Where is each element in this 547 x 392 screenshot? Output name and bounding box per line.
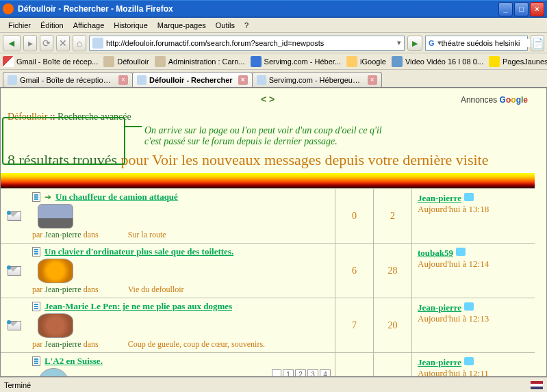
- window-titlebar: Défoulloir - Rechercher - Mozilla Firefo…: [0, 0, 547, 18]
- goto-last-icon[interactable]: [464, 193, 474, 201]
- author-link[interactable]: Jean-pierre: [44, 285, 81, 294]
- page-link[interactable]: 4: [320, 369, 331, 377]
- topic-list: ➔ Un chauffeur de camion attaqué par Jea…: [1, 188, 535, 377]
- flame-divider: [1, 173, 535, 188]
- topic-thumbnail: [38, 204, 73, 228]
- google-icon: G: [429, 39, 435, 47]
- arrow-icon: ➔: [44, 192, 51, 202]
- tab-close-icon[interactable]: ×: [368, 75, 377, 85]
- nav-toolbar: ◄ ▸ ⟳ ✕ ⌂ ▾ ▶ G▾ 📄: [0, 33, 547, 53]
- menu-file[interactable]: Fichier: [4, 20, 35, 31]
- menu-help[interactable]: ?: [240, 20, 253, 31]
- breadcrumb-site[interactable]: Défoulloir: [8, 112, 47, 122]
- url-bar[interactable]: ▾: [89, 36, 405, 51]
- page-viewport[interactable]: < > Annonces Google Défoulloir :: Recher…: [0, 88, 547, 377]
- site-icon: [155, 56, 166, 67]
- topic-title-link[interactable]: Jean-Marie Le Pen: je ne me plie pas aux…: [44, 301, 232, 312]
- dropdown-icon[interactable]: ▾: [397, 38, 401, 47]
- last-author-link[interactable]: Jean-pierre: [418, 302, 461, 313]
- topic-title-link[interactable]: Un chauffeur de camion attaqué: [55, 192, 178, 202]
- goto-last-icon[interactable]: [464, 302, 474, 311]
- envelope-icon: [8, 266, 21, 276]
- tab-gmail[interactable]: Gmail - Boîte de réception - defoullor..…: [3, 72, 133, 87]
- minimize-button[interactable]: _: [498, 2, 513, 16]
- topic-title-link[interactable]: Un clavier d'ordinateur plus sale que de…: [44, 246, 233, 257]
- bookmark-igoogle[interactable]: iGoogle: [346, 56, 386, 67]
- author-link[interactable]: Jean-pierre: [44, 339, 81, 349]
- result-count: 8 résultats trouvés: [8, 151, 117, 168]
- views-cell: 2: [373, 189, 411, 243]
- category-link[interactable]: Coup de gueule, coup de cœur, souvenirs.: [128, 339, 265, 349]
- last-post-time: Aujourd'hui à 12:14: [418, 259, 529, 270]
- tab-servimg[interactable]: Servimg.com - Hébergeur gratuit d'ima...…: [252, 72, 382, 87]
- stop-button[interactable]: ✕: [56, 35, 70, 51]
- menu-edit[interactable]: Édition: [36, 20, 68, 31]
- tab-close-icon[interactable]: ×: [238, 75, 248, 85]
- page-link[interactable]: 1: [283, 369, 294, 377]
- replies-cell: 51: [335, 353, 373, 377]
- reader-icon[interactable]: 📄: [531, 35, 544, 51]
- bookmark-gmail[interactable]: Gmail - Boîte de récep...: [3, 56, 98, 67]
- last-post-cell: Jean-pierre Aujourd'hui à 12:11: [411, 353, 535, 377]
- goto-last-icon[interactable]: [464, 357, 474, 365]
- reload-button[interactable]: ⟳: [40, 35, 53, 51]
- post-icon: [32, 192, 40, 202]
- bookmarks-bar: Gmail - Boîte de récep... Défoulloir Adm…: [0, 53, 547, 70]
- search-input[interactable]: [442, 39, 536, 47]
- menu-bookmarks[interactable]: Marque-pages: [153, 20, 210, 31]
- menu-tools[interactable]: Outils: [212, 20, 239, 31]
- tab-close-icon[interactable]: ×: [118, 75, 128, 85]
- category-link[interactable]: Vie du defoulloir: [128, 285, 184, 294]
- last-author-link[interactable]: toubak59: [418, 248, 453, 258]
- bookmark-label: PagesJaunes - Accueil: [503, 57, 547, 66]
- video-icon: [392, 56, 403, 67]
- bookmark-admin[interactable]: Administration : Carn...: [155, 56, 245, 67]
- goto-last-icon[interactable]: [456, 248, 466, 256]
- topic-byline: par Jean-pierre dans Sur la route: [32, 230, 331, 240]
- tab-strip: Gmail - Boîte de réception - defoullor..…: [0, 70, 547, 88]
- home-button[interactable]: ⌂: [73, 35, 86, 51]
- maximize-button[interactable]: □: [514, 2, 529, 16]
- page-link[interactable]: 3: [307, 369, 318, 377]
- topic-row: Jean-Marie Le Pen: je ne me plie pas aux…: [1, 298, 535, 352]
- menu-history[interactable]: Historique: [110, 20, 152, 31]
- pagesjaunes-icon: [489, 56, 500, 67]
- tab-label: Servimg.com - Hébergeur gratuit d'ima...: [269, 76, 362, 84]
- back-button[interactable]: ◄: [3, 35, 21, 51]
- go-button[interactable]: ▶: [407, 36, 422, 51]
- bookmark-pagesjaunes[interactable]: PagesJaunes - Accueil: [489, 56, 547, 67]
- views-cell: 158: [373, 353, 411, 377]
- last-post-time: Aujourd'hui à 13:18: [418, 204, 529, 215]
- last-post-time: Aujourd'hui à 12:13: [418, 313, 529, 324]
- tab-defoulloir[interactable]: Défoulloir - Rechercher×: [132, 72, 253, 87]
- last-author-link[interactable]: Jean-pierre: [418, 357, 461, 367]
- views-cell: 20: [373, 298, 411, 352]
- menu-view[interactable]: Affichage: [69, 20, 109, 31]
- results-heading: 8 résultats trouvés pour Voir les nouvea…: [1, 150, 535, 173]
- topic-title-link[interactable]: L'A2 en Suisse.: [44, 356, 103, 367]
- breadcrumb: Défoulloir :: Recherche avancée: [8, 112, 528, 122]
- envelope-icon: [8, 211, 21, 221]
- page-link[interactable]: 2: [295, 369, 306, 377]
- last-post-time: Aujourd'hui à 12:11: [418, 368, 529, 377]
- search-box[interactable]: G▾: [425, 36, 528, 51]
- firefox-icon: [3, 3, 14, 14]
- topic-row: ➔ Un chauffeur de camion attaqué par Jea…: [1, 188, 535, 243]
- topic-thumbnail: [38, 259, 73, 283]
- tab-label: Gmail - Boîte de réception - defoullor..…: [20, 76, 113, 84]
- forum-page: < > Annonces Google Défoulloir :: Recher…: [1, 88, 535, 377]
- bookmark-servimg[interactable]: Servimg.com - Héber...: [251, 56, 341, 67]
- close-button[interactable]: ×: [530, 2, 544, 16]
- pager: 1234: [272, 369, 331, 377]
- author-link[interactable]: Jean-pierre: [44, 230, 81, 239]
- last-post-cell: Jean-pierre Aujourd'hui à 12:13: [411, 298, 535, 352]
- forward-button[interactable]: ▸: [23, 35, 37, 51]
- url-input[interactable]: [106, 39, 397, 47]
- post-icon: [32, 356, 40, 366]
- breadcrumb-advanced-search[interactable]: Recherche avancée: [58, 112, 131, 122]
- bookmark-label: Servimg.com - Héber...: [264, 57, 341, 66]
- bookmark-defoulloir[interactable]: Défoulloir: [103, 56, 149, 67]
- last-author-link[interactable]: Jean-pierre: [418, 193, 461, 203]
- bookmark-video[interactable]: Video Vidéo 16 I 08 0...: [392, 56, 483, 67]
- category-link[interactable]: Sur la route: [128, 230, 166, 239]
